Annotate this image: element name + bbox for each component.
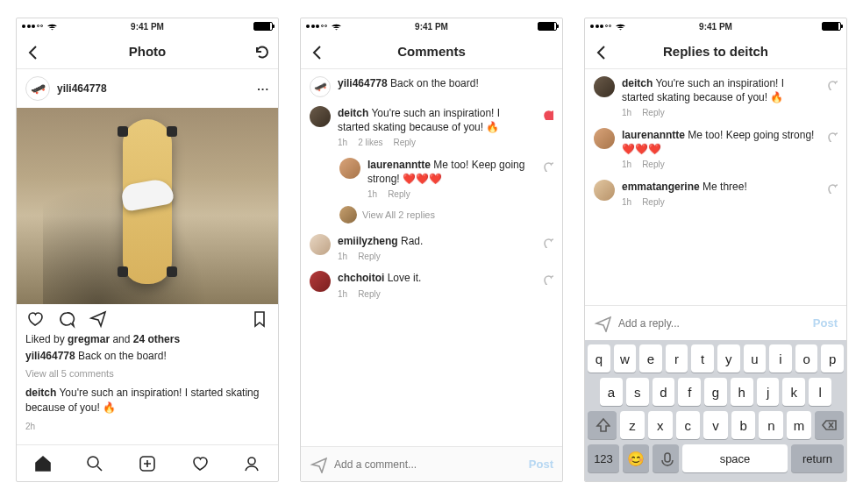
key-q[interactable]: q	[588, 344, 610, 373]
tab-bar	[17, 444, 278, 481]
key-a[interactable]: a	[600, 378, 623, 406]
reply-button[interactable]: Reply	[388, 188, 410, 201]
key-u[interactable]: u	[744, 344, 767, 373]
wifi-icon	[46, 23, 57, 31]
top-comment[interactable]: deitch You're such an inspiration! I sta…	[17, 386, 278, 415]
comment-composer: Post	[301, 446, 562, 481]
share-button[interactable]	[89, 309, 108, 329]
like-comment-button[interactable]	[541, 160, 553, 172]
key-x[interactable]: x	[648, 411, 673, 439]
key-h[interactable]: h	[731, 378, 753, 406]
key-n[interactable]: n	[759, 411, 783, 439]
back-button[interactable]	[25, 44, 41, 60]
key-v[interactable]: v	[703, 411, 728, 439]
key-m[interactable]: m	[787, 411, 811, 439]
key-j[interactable]: j	[757, 378, 780, 406]
key-backspace[interactable]	[815, 411, 844, 439]
like-comment-button[interactable]	[541, 273, 553, 285]
key-r[interactable]: r	[666, 344, 688, 373]
like-button[interactable]	[25, 309, 45, 329]
avatar[interactable]	[594, 128, 615, 149]
reply-input[interactable]	[618, 317, 806, 330]
key-i[interactable]: i	[769, 344, 792, 373]
key-w[interactable]: w	[614, 344, 637, 373]
key-shift[interactable]	[588, 411, 617, 439]
post-actions	[17, 304, 278, 330]
signal-dots	[22, 25, 43, 28]
reply-button[interactable]: Reply	[642, 196, 665, 209]
key-emoji[interactable]: 😊	[623, 444, 649, 472]
reply-row[interactable]: laurenanntte Me too! Keep going strong! …	[585, 121, 846, 173]
avatar[interactable]	[310, 106, 331, 127]
key-numbers[interactable]: 123	[588, 444, 619, 472]
key-f[interactable]: f	[678, 378, 701, 406]
reply-button[interactable]: Reply	[358, 251, 381, 263]
comment-row[interactable]: deitch You're such an inspiration! I sta…	[301, 99, 562, 151]
key-l[interactable]: l	[809, 378, 831, 406]
more-options-button[interactable]: ···	[257, 82, 269, 96]
tab-activity[interactable]	[190, 454, 210, 473]
reply-row[interactable]: deitch You're such an inspiration! I sta…	[585, 69, 846, 121]
avatar[interactable]: 🛹	[310, 76, 331, 97]
avatar[interactable]	[339, 158, 360, 179]
like-comment-button[interactable]	[541, 236, 553, 248]
post-caption: yili464778 Back on the board!	[17, 349, 278, 364]
reply-button[interactable]: Reply	[358, 288, 381, 301]
comment-row[interactable]: emiilyzheng Rad. 1hReply	[301, 227, 562, 265]
view-all-replies[interactable]: View All 2 replies	[301, 206, 562, 224]
like-comment-button[interactable]	[825, 181, 838, 194]
bookmark-button[interactable]	[250, 309, 269, 329]
status-bar: 9:41 PM	[585, 18, 846, 34]
avatar[interactable]	[594, 76, 615, 97]
key-d[interactable]: d	[653, 378, 675, 406]
tab-search[interactable]	[85, 454, 104, 473]
post-photo[interactable]	[17, 108, 278, 304]
avatar[interactable]	[310, 234, 331, 255]
key-o[interactable]: o	[795, 344, 818, 373]
back-button[interactable]	[594, 44, 610, 60]
comment-row[interactable]: chchoitoi Love it. 1hReply	[301, 264, 562, 302]
tab-profile[interactable]	[242, 454, 261, 473]
tab-add[interactable]	[138, 454, 157, 473]
reply-button[interactable]: Reply	[393, 137, 416, 149]
comment-input[interactable]	[334, 458, 522, 471]
refresh-button[interactable]	[253, 44, 269, 60]
key-t[interactable]: t	[691, 344, 714, 373]
key-e[interactable]: e	[639, 344, 662, 373]
avatar[interactable]	[310, 271, 331, 292]
key-c[interactable]: c	[676, 411, 701, 439]
view-all-comments[interactable]: View all 5 comments	[17, 367, 278, 380]
key-return[interactable]: return	[791, 444, 844, 472]
key-b[interactable]: b	[731, 411, 756, 439]
key-space[interactable]: space	[682, 444, 788, 472]
status-time: 9:41 PM	[131, 22, 164, 32]
wifi-icon	[331, 23, 341, 31]
post-button[interactable]: Post	[813, 316, 838, 330]
key-mic[interactable]	[653, 444, 679, 472]
key-z[interactable]: z	[620, 411, 645, 439]
author-username[interactable]: yili464778	[57, 82, 107, 95]
tab-home[interactable]	[33, 454, 53, 473]
reply-button[interactable]: Reply	[642, 107, 665, 119]
avatar[interactable]	[594, 180, 615, 201]
send-icon	[594, 315, 611, 332]
like-comment-button[interactable]	[825, 130, 838, 142]
key-s[interactable]: s	[626, 378, 649, 406]
post-button[interactable]: Post	[529, 458, 553, 471]
back-button[interactable]	[310, 44, 325, 60]
status-bar: 9:41 PM	[17, 18, 278, 34]
reply-row[interactable]: emmatangerine Me three! 1hReply	[585, 173, 846, 210]
key-p[interactable]: p	[821, 344, 844, 373]
comment-reply-row[interactable]: laurenanntte Me too! Keep going strong! …	[301, 151, 562, 202]
author-avatar[interactable]: 🛹	[25, 76, 50, 101]
like-comment-button[interactable]	[825, 78, 838, 90]
reply-button[interactable]: Reply	[642, 159, 665, 171]
nav-header: Photo	[17, 34, 278, 69]
comment-button[interactable]	[57, 309, 76, 329]
key-k[interactable]: k	[782, 378, 805, 406]
battery-icon	[253, 22, 273, 31]
likes-text[interactable]: Liked by gregmar and 24 others	[17, 332, 278, 347]
key-g[interactable]: g	[704, 378, 727, 406]
like-comment-button[interactable]	[541, 108, 553, 120]
key-y[interactable]: y	[717, 344, 740, 373]
